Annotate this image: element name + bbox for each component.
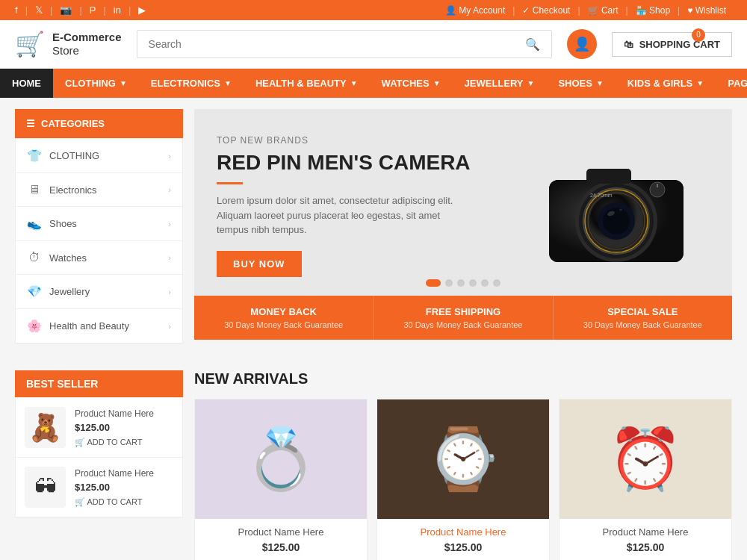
cart-link[interactable]: 🛒 Cart (582, 5, 624, 16)
search-button[interactable]: 🔍 (514, 31, 551, 57)
add-to-cart-btn-2[interactable]: 🛒 ADD TO CART (75, 497, 173, 507)
sep: | (576, 5, 581, 16)
hero-divider (217, 182, 243, 184)
svg-rect-10 (586, 169, 631, 184)
feature-moneyback-title: MONEY BACK (202, 306, 365, 317)
sidebar-item-health-beauty-left: 🌸 Health and Beauty (27, 319, 129, 333)
logo[interactable]: 🛒 E-Commerce Store (15, 30, 122, 58)
youtube-icon[interactable]: ▶ (138, 4, 146, 16)
jewellery-icon: 💎 (27, 284, 42, 299)
chevron-right-icon: › (168, 152, 171, 161)
top-links: 👤 My Account | ✓ Checkout | 🛒 Cart | 🏪 S… (439, 5, 732, 16)
sidebar-item-jewellery[interactable]: 💎 Jewellery › (16, 275, 182, 309)
nav-clothing[interactable]: CLOTHING ▼ (53, 69, 139, 98)
nav-watches[interactable]: WATCHES ▼ (370, 69, 453, 98)
nav-jewellery[interactable]: JEWELLERY ▼ (453, 69, 547, 98)
sidebar-item-health-beauty[interactable]: 🌸 Health and Beauty › (16, 309, 182, 343)
twitter-icon[interactable]: 𝕏 (35, 4, 43, 16)
new-arrivals-section: NEW ARRIVALS 💍 Product Name Here $125.00… (194, 370, 732, 560)
logo-line2: Store (52, 44, 122, 57)
feature-moneyback-sub: 30 Days Money Back Guarantee (202, 320, 365, 329)
sidebar-item-clothing-left: 👕 CLOTHING (27, 149, 99, 163)
checkout-link[interactable]: ✓ Checkout (516, 5, 576, 16)
product-name-2: Product Name Here (75, 468, 173, 479)
chevron-down-icon: ▼ (350, 79, 358, 87)
shop-link[interactable]: 🏪 Shop (630, 5, 676, 16)
chevron-right-icon: › (168, 287, 171, 296)
sidebar-item-electronics-label: Electronics (49, 184, 97, 196)
pinterest-icon[interactable]: P (90, 4, 96, 16)
cart-label: SHOPPING CART (639, 39, 720, 50)
nav-electronics[interactable]: ELECTRONICS ▼ (139, 69, 244, 98)
hero-dot-2[interactable] (445, 279, 453, 287)
search-input[interactable] (137, 31, 514, 57)
social-icons: f | 𝕏 | 📷 | P | in | ▶ (15, 4, 146, 16)
feature-shipping: FREE SHIPPING 30 Days Money Back Guarant… (374, 296, 553, 340)
top-bar: f | 𝕏 | 📷 | P | in | ▶ 👤 My Account | ✓ … (0, 0, 747, 20)
sidebar-item-health-beauty-label: Health and Beauty (49, 320, 129, 332)
bear-icon: 🧸 (28, 412, 62, 444)
svg-point-9 (619, 209, 622, 211)
sunglasses-icon: 🕶 (34, 475, 57, 500)
product-grid: 💍 Product Name Here $125.00 ⌚ Product Na… (194, 399, 732, 560)
sidebar-item-clothing[interactable]: 👕 CLOTHING › (16, 139, 182, 173)
hero-description: Lorem ipsum dolor sit amet, consectetur … (217, 193, 456, 237)
bestseller-product-1: 🧸 Product Name Here $125.00 🛒 ADD TO CAR… (16, 398, 182, 458)
shoes-icon: 👟 (27, 217, 42, 231)
product-card-name-2: Product Name Here (385, 526, 542, 538)
product-card-name-1: Product Name Here (202, 526, 359, 538)
ring-icon: 💍 (244, 424, 318, 494)
sidebar-item-watches[interactable]: ⏱ Watches › (16, 241, 182, 275)
product-thumb-2: 🕶 (25, 467, 66, 508)
facebook-icon[interactable]: f (15, 4, 18, 16)
feature-bars: MONEY BACK 30 Days Money Back Guarantee … (194, 296, 732, 340)
instagram-icon[interactable]: 📷 (60, 4, 72, 16)
sidebar-item-shoes[interactable]: 👟 Shoes › (16, 207, 182, 241)
svg-point-7 (603, 208, 630, 234)
sep: | (79, 4, 81, 16)
health-beauty-icon: 🌸 (27, 319, 42, 333)
chevron-down-icon: ▼ (596, 79, 604, 87)
cart-bag-icon: 🛍 (624, 39, 633, 50)
hero-dot-5[interactable] (481, 279, 489, 287)
nav-health-beauty[interactable]: HEALTH & BEAUTY ▼ (244, 69, 370, 98)
nav-shoes[interactable]: SHOES ▼ (546, 69, 615, 98)
product-card-1: 💍 Product Name Here $125.00 (194, 399, 368, 560)
sidebar-item-electronics[interactable]: 🖥 Electronics › (16, 173, 182, 207)
nav-kids-girls[interactable]: KIDS & GIRLS ▼ (616, 69, 716, 98)
cart-button[interactable]: 0 🛍 SHOPPING CART (612, 32, 732, 57)
product-card-img-1: 💍 (195, 399, 367, 519)
sep: | (624, 5, 630, 16)
hero-title: RED PIN MEN'S CAMERA (217, 152, 523, 175)
main-nav: HOME CLOTHING ▼ ELECTRONICS ▼ HEALTH & B… (0, 69, 747, 98)
product-card-body-3: Product Name Here $125.00 (560, 519, 731, 560)
nav-home[interactable]: HOME (0, 69, 53, 98)
hero-dot-1[interactable] (426, 279, 441, 287)
wishlist-link[interactable]: ♥ Wishlist (681, 5, 732, 16)
sep: | (103, 4, 105, 16)
user-icon-button[interactable]: 👤 (567, 29, 597, 59)
myaccount-link[interactable]: 👤 My Account (439, 5, 511, 16)
chevron-right-icon: › (168, 322, 171, 331)
watches-icon: ⏱ (27, 251, 42, 264)
linkedin-icon[interactable]: in (114, 4, 121, 16)
buy-now-button[interactable]: BUY NOW (217, 251, 302, 277)
bottom-section: BEST SELLER 🧸 Product Name Here $125.00 … (0, 355, 747, 560)
chevron-down-icon: ▼ (433, 79, 441, 87)
product-card-body-2: Product Name Here $125.00 (377, 519, 549, 560)
watch-icon: ⌚ (426, 424, 500, 494)
product-thumb-1: 🧸 (25, 407, 66, 448)
hero-dot-3[interactable] (457, 279, 465, 287)
best-seller-panel: BEST SELLER 🧸 Product Name Here $125.00 … (15, 370, 183, 560)
feature-sale-sub: 30 Days Money Back Guarantee (561, 320, 725, 329)
sidebar-header: ☰ CATEGORIES (15, 109, 183, 138)
menu-icon: ☰ (26, 118, 35, 129)
feature-sale-title: SPECIAL SALE (561, 306, 725, 317)
nav-pages[interactable]: PAGES ▼ (716, 69, 747, 98)
sidebar-item-shoes-left: 👟 Shoes (27, 217, 77, 231)
hero-dot-4[interactable] (469, 279, 477, 287)
cart-badge: 0 (692, 28, 705, 42)
clothing-icon: 👕 (27, 149, 42, 163)
add-to-cart-btn-1[interactable]: 🛒 ADD TO CART (75, 438, 173, 447)
hero-dot-6[interactable] (493, 279, 500, 287)
